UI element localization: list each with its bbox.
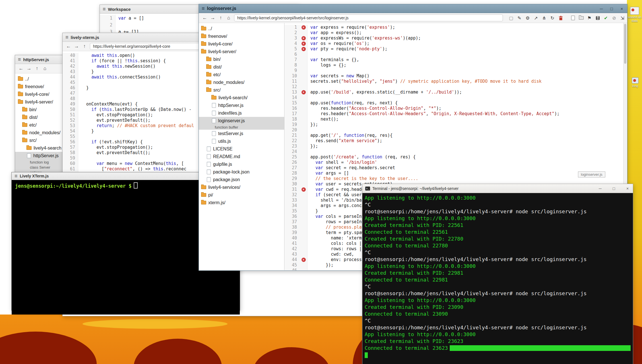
file-icon[interactable]	[570, 16, 575, 20]
code-line[interactable]: 7var terminals = {},	[284, 57, 627, 63]
tree-item-package-lock-json[interactable]: package-lock.json	[199, 168, 284, 176]
tree-item-gulpfile-js[interactable]: gulpfile.js	[199, 160, 284, 168]
code-line[interactable]: 1×var express = require('express');	[284, 25, 627, 30]
code-line[interactable]: 27 var secret = req.headers.secret	[284, 165, 627, 171]
terminal-titlebar[interactable]: >_ Terminal - jens@sensorpi: ~/lively4/l…	[362, 184, 633, 193]
home-button[interactable]: ⌂	[225, 14, 232, 22]
gears-icon[interactable]: ⚙	[525, 15, 530, 21]
tree-subitem-function-buffer[interactable]: function buffer	[199, 125, 284, 130]
code-line[interactable]: 15app.use(function(req, res, next) {	[284, 100, 627, 106]
close-button[interactable]: ×	[619, 6, 624, 11]
terminal-screen[interactable]: App listening to http://0.0.0.0:3000^Cro…	[362, 193, 633, 364]
trash-icon[interactable]	[558, 16, 563, 20]
flag-icon[interactable]: ⚑	[587, 15, 592, 21]
code-line[interactable]: 20	[284, 127, 627, 133]
menu-icon[interactable]: ≡	[103, 6, 106, 12]
desktop-icon[interactable]: wased up data	[627, 7, 642, 22]
code-line[interactable]: 4×var os = require('os');	[284, 41, 627, 46]
open-external-icon[interactable]: ↗	[533, 15, 538, 21]
forward-button[interactable]: →	[73, 43, 80, 50]
code-line[interactable]: 2var app = express();	[284, 30, 627, 36]
tree-item-bin[interactable]: bin/	[199, 55, 284, 63]
code-line[interactable]: 8 logs = {};	[284, 63, 627, 68]
tree-item-indexfiles-js[interactable]: indexfiles.js	[199, 109, 284, 117]
tree-item-utils-js[interactable]: utils.js	[199, 137, 284, 145]
close-button[interactable]: ×	[625, 186, 630, 191]
back-button[interactable]: ←	[17, 65, 25, 72]
code-line[interactable]: 29 // the secret is the key to the user.…	[284, 176, 627, 181]
menu-icon[interactable]: ≡	[15, 173, 18, 179]
code-text: evt.stopPropagation();	[78, 145, 153, 150]
code-line[interactable]: 12	[284, 84, 627, 90]
tree-item-xterm-js[interactable]: xterm.js/	[199, 199, 284, 206]
minimize-button[interactable]: ─	[599, 6, 604, 11]
tree-item-lively4-search[interactable]: lively4-search/	[199, 94, 284, 102]
code-line[interactable]: 3×var expressWs = require('express-ws')(…	[284, 36, 627, 41]
accept-icon[interactable]: ✔	[603, 15, 608, 21]
code-line[interactable]: 14	[284, 95, 627, 100]
select-box-icon[interactable]: ▢	[509, 15, 514, 21]
home-button[interactable]: ⌂	[41, 65, 49, 72]
forward-button[interactable]: →	[25, 65, 33, 72]
tree-item-readme-md[interactable]: README.md	[199, 153, 284, 160]
editor-scrollbar-thumb[interactable]	[624, 24, 626, 64]
tree-item-testserver-js[interactable]: testServer.js	[199, 130, 284, 137]
tree-item-item[interactable]: ../	[199, 25, 284, 32]
code-line[interactable]: 10var secrets = new Map()	[284, 73, 627, 79]
code-text: secrets.set("hellolively", "jens") // sy…	[307, 79, 542, 84]
code-line[interactable]: 24	[284, 149, 627, 154]
brush-icon[interactable]: ✎	[517, 15, 522, 21]
forward-button[interactable]: →	[209, 14, 216, 22]
tree-item-httpserver-js[interactable]: httpServer.js	[199, 102, 284, 109]
menu-icon[interactable]: ≡	[65, 34, 69, 40]
code-line[interactable]: 21app.get('/', function(req, res){	[284, 133, 627, 138]
up-button[interactable]: ↑	[33, 65, 41, 72]
tree-item-node-modules[interactable]: node_modules/	[199, 78, 284, 86]
save-icon[interactable]	[595, 16, 600, 20]
tree-item-etc[interactable]: etc/	[199, 71, 284, 78]
code-text: // process.plat	[307, 225, 364, 230]
code-line[interactable]: 22 res.send("xterm service");	[284, 138, 627, 144]
tree-item-lively4-core[interactable]: lively4-core/	[199, 40, 284, 48]
tree-item-license[interactable]: LICENSE	[199, 145, 284, 153]
folder-icon[interactable]	[579, 16, 584, 20]
terminal-text: Created terminal with PID: 22780	[365, 236, 463, 242]
module-graph-icon[interactable]: ⋔	[542, 15, 547, 21]
back-button[interactable]: ←	[201, 14, 209, 22]
desktop-icon[interactable]: long	[628, 77, 642, 88]
code-line[interactable]: 13×app.use('/build', express.static(__di…	[284, 90, 627, 95]
tree-item-pi[interactable]: pi/	[199, 191, 284, 199]
code-line[interactable]: 25app.post('/create', function (req, res…	[284, 154, 627, 160]
up-button[interactable]: ↑	[81, 43, 88, 50]
code-line[interactable]: 17 res.header("Access-Control-Allow-Head…	[284, 111, 627, 117]
tree-item-freenove[interactable]: freenove/	[199, 32, 284, 40]
back-button[interactable]: ←	[65, 43, 72, 50]
code-line[interactable]: 18 next();	[284, 117, 627, 122]
cancel-icon[interactable]: ⊘	[612, 15, 617, 21]
maximize-button[interactable]: □	[611, 186, 616, 191]
tree-item-dist[interactable]: dist/	[199, 63, 284, 71]
code-line[interactable]: 26 var shell = '/bin/login'	[284, 160, 627, 165]
code-line[interactable]: 9	[284, 68, 627, 73]
fullscreen-icon[interactable]: ⇲	[620, 15, 625, 21]
menu-icon[interactable]: ≡	[18, 57, 21, 63]
code-line[interactable]: 6	[284, 52, 627, 57]
refresh-icon[interactable]: ↻	[550, 15, 555, 21]
code-line[interactable]: 28 var args = []	[284, 171, 627, 176]
up-button[interactable]: ↑	[217, 14, 224, 22]
code-line[interactable]: 23});	[284, 144, 627, 149]
tree-item-loginserver-js[interactable]: loginserver.js	[199, 117, 284, 125]
maximize-button[interactable]: □	[609, 6, 614, 11]
tree-item-package-json[interactable]: package.json	[199, 176, 284, 183]
code-line[interactable]: 16 res.header("Access-Control-Allow-Orig…	[284, 106, 627, 111]
minimize-button[interactable]: ─	[598, 186, 603, 191]
url-input[interactable]	[234, 15, 503, 21]
tree-item-src[interactable]: src/	[199, 86, 284, 94]
code-line[interactable]: 11secrets.set("hellolively", "jens") // …	[284, 79, 627, 84]
menu-icon[interactable]: ≡	[202, 6, 205, 12]
tree-item-lively4-server[interactable]: lively4-server/	[199, 48, 284, 55]
code-line[interactable]: 19});	[284, 122, 627, 127]
loginserver-titlebar[interactable]: ≡ loginserver.js ─□×	[199, 4, 627, 13]
code-line[interactable]: 5×var pty = require('node-pty');	[284, 46, 627, 52]
tree-item-lively4-services[interactable]: lively4-services/	[199, 183, 284, 191]
